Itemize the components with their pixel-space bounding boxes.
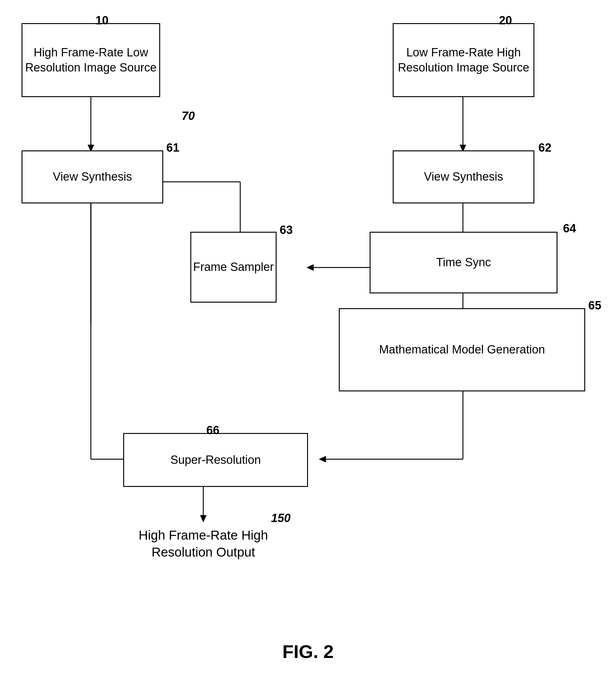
curve-ref: 70 (182, 109, 195, 123)
view-synthesis-left-label: View Synthesis (53, 169, 132, 184)
view-synth-right-ref: 62 (538, 141, 551, 154)
source-right-box: Low Frame-Rate High Resolution Image Sou… (393, 23, 535, 97)
output-ref: 150 (271, 512, 290, 525)
source-left-ref: 10 (95, 14, 109, 27)
view-synthesis-right-label: View Synthesis (424, 169, 503, 184)
frame-sampler-box: Frame Sampler (190, 232, 277, 303)
output-label: High Frame-Rate High Resolution Output (117, 527, 289, 561)
view-synth-left-ref: 61 (166, 141, 179, 154)
super-resolution-label: Super-Resolution (170, 452, 261, 468)
view-synthesis-right-box: View Synthesis (393, 151, 535, 203)
time-sync-box: Time Sync (370, 232, 558, 293)
diagram: High Frame-Rate Low Resolution Image Sou… (0, 0, 616, 682)
frame-sampler-ref: 63 (280, 223, 292, 237)
fig-label: FIG. 2 (231, 641, 385, 662)
source-left-label: High Frame-Rate Low Resolution Image Sou… (23, 45, 159, 75)
time-sync-ref: 64 (563, 222, 576, 235)
svg-marker-22 (200, 515, 206, 522)
math-model-ref: 65 (588, 299, 601, 312)
svg-marker-20 (319, 456, 326, 462)
frame-sampler-label: Frame Sampler (193, 259, 274, 275)
math-model-box: Mathematical Model Generation (339, 308, 585, 391)
source-right-ref: 20 (499, 14, 512, 27)
super-resolution-box: Super-Resolution (123, 433, 308, 487)
svg-marker-11 (307, 265, 313, 271)
view-synthesis-left-box: View Synthesis (22, 151, 163, 203)
math-model-label: Mathematical Model Generation (379, 342, 545, 357)
super-resolution-ref: 66 (206, 424, 219, 437)
source-right-label: Low Frame-Rate High Resolution Image Sou… (394, 45, 534, 75)
source-left-box: High Frame-Rate Low Resolution Image Sou… (22, 23, 160, 97)
time-sync-label: Time Sync (436, 255, 491, 270)
